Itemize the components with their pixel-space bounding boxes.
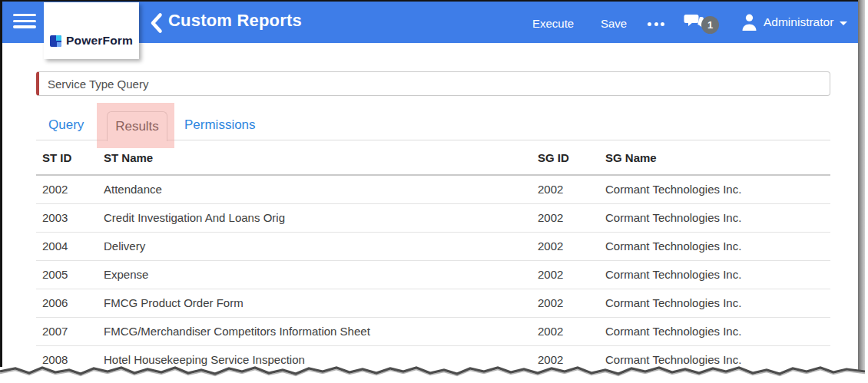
table-row[interactable]: 2002 Attendance 2002 Cormant Technologie… — [36, 175, 830, 203]
cell-st-name: Credit Investigation And Loans Orig — [98, 203, 532, 232]
table-row[interactable]: 2005 Expense 2002 Cormant Technologies I… — [36, 260, 830, 289]
cell-st-id: 2003 — [36, 203, 98, 232]
cell-st-id: 2004 — [36, 232, 98, 260]
report-name-value: Service Type Query — [48, 78, 148, 91]
column-header-st-name: ST Name — [98, 141, 532, 175]
caret-down-icon — [840, 21, 847, 25]
powerform-logo-icon — [50, 35, 61, 47]
cell-sg-name: Cormant Technologies Inc. — [599, 260, 830, 289]
table-row[interactable]: 2004 Delivery 2002 Cormant Technologies … — [36, 232, 830, 260]
column-header-st-id: ST ID — [36, 141, 98, 175]
results-table: ST ID ST Name SG ID SG Name 2002 Attenda… — [36, 141, 830, 375]
back-icon[interactable] — [150, 12, 163, 34]
user-menu[interactable]: Administrator — [741, 13, 847, 31]
cell-st-id: 2006 — [36, 289, 98, 317]
tab-query[interactable]: Query — [48, 117, 84, 133]
page-title: Custom Reports — [168, 11, 302, 31]
execute-button[interactable]: Execute — [532, 17, 574, 30]
cell-st-id: 2007 — [36, 317, 98, 345]
results-table-body: 2002 Attendance 2002 Cormant Technologie… — [36, 175, 830, 374]
cell-st-name: FMCG/Merchandiser Competitors Informatio… — [98, 317, 532, 345]
more-options-icon[interactable] — [648, 22, 664, 26]
cell-sg-name: Cormant Technologies Inc. — [599, 345, 830, 374]
cell-st-name: FMCG Product Order Form — [98, 289, 532, 317]
tab-results[interactable]: Results — [107, 111, 167, 141]
cell-sg-id: 2002 — [532, 260, 599, 289]
cell-st-name: Expense — [98, 260, 532, 289]
table-row[interactable]: 2007 FMCG/Merchandiser Competitors Infor… — [36, 317, 830, 345]
cell-sg-name: Cormant Technologies Inc. — [599, 317, 830, 345]
cell-sg-id: 2002 — [532, 232, 599, 260]
table-row[interactable]: 2006 FMCG Product Order Form 2002 Corman… — [36, 289, 830, 317]
cell-st-name: Attendance — [98, 175, 532, 203]
tab-results-label: Results — [115, 119, 159, 134]
user-name-label: Administrator — [764, 15, 833, 29]
cell-sg-id: 2002 — [532, 345, 599, 374]
cell-sg-id: 2002 — [532, 203, 599, 232]
frame-border-top — [0, 0, 865, 2]
cell-sg-id: 2002 — [532, 175, 599, 203]
user-icon — [741, 13, 757, 31]
column-header-sg-name: SG Name — [599, 141, 830, 175]
brand-logo[interactable]: PowerForm — [44, 2, 139, 59]
table-row[interactable]: 2003 Credit Investigation And Loans Orig… — [36, 203, 830, 232]
table-row[interactable]: 2008 Hotel Housekeeping Service Inspecti… — [36, 345, 830, 374]
cell-st-name: Delivery — [98, 232, 532, 260]
cell-sg-name: Cormant Technologies Inc. — [599, 289, 830, 317]
cell-st-name: Hotel Housekeeping Service Inspection — [98, 345, 532, 374]
cell-sg-id: 2002 — [532, 289, 599, 317]
comments-button[interactable]: 1 — [684, 14, 719, 34]
frame-border-left — [0, 0, 2, 367]
column-header-sg-id: SG ID — [532, 141, 599, 175]
frame-shadow-right — [858, 0, 865, 371]
cell-sg-name: Cormant Technologies Inc. — [599, 203, 830, 232]
save-button[interactable]: Save — [601, 17, 627, 30]
screenshot-canvas: Custom Reports Execute Save 1 Administra… — [0, 0, 868, 383]
cell-st-id: 2005 — [36, 260, 98, 289]
tab-permissions[interactable]: Permissions — [184, 117, 256, 133]
menu-icon[interactable] — [13, 14, 36, 31]
cell-sg-id: 2002 — [532, 317, 599, 345]
brand-name: PowerForm — [66, 34, 133, 48]
table-header-row: ST ID ST Name SG ID SG Name — [36, 141, 830, 175]
cell-sg-name: Cormant Technologies Inc. — [599, 232, 830, 260]
tab-bar: Query Results Permissions — [36, 103, 830, 140]
cell-st-id: 2008 — [36, 345, 98, 374]
comment-count-badge: 1 — [701, 16, 719, 34]
report-name-input[interactable]: Service Type Query — [36, 71, 830, 96]
cell-sg-name: Cormant Technologies Inc. — [599, 175, 830, 203]
cell-st-id: 2002 — [36, 175, 98, 203]
